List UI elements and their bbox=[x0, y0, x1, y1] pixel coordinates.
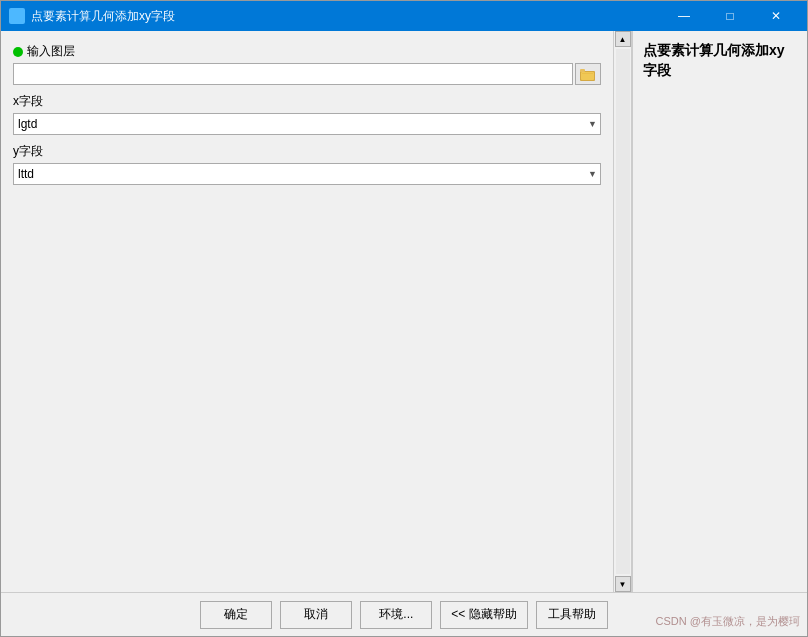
browse-button[interactable] bbox=[575, 63, 601, 85]
help-panel: 点要素计算几何添加xy字段 bbox=[632, 31, 807, 592]
x-field-group: x字段 lgtd bbox=[13, 93, 601, 135]
window-title: 点要素计算几何添加xy字段 bbox=[31, 8, 661, 25]
main-panel: 输入图层 bbox=[1, 31, 614, 592]
scroll-up-arrow[interactable]: ▲ bbox=[615, 31, 631, 47]
y-field-select[interactable]: lttd bbox=[13, 163, 601, 185]
env-button[interactable]: 环境... bbox=[360, 601, 432, 629]
folder-icon bbox=[580, 68, 596, 81]
y-field-label: y字段 bbox=[13, 143, 601, 160]
close-button[interactable]: ✕ bbox=[753, 1, 799, 31]
main-window: 点要素计算几何添加xy字段 — □ ✕ 输入图层 bbox=[0, 0, 808, 637]
window-icon bbox=[9, 8, 25, 24]
scroll-down-arrow[interactable]: ▼ bbox=[615, 576, 631, 592]
required-dot bbox=[13, 47, 23, 57]
scroll-track[interactable] bbox=[616, 49, 630, 574]
main-scrollbar[interactable]: ▲ ▼ bbox=[614, 31, 632, 592]
help-title: 点要素计算几何添加xy字段 bbox=[643, 41, 797, 80]
maximize-button[interactable]: □ bbox=[707, 1, 753, 31]
confirm-button[interactable]: 确定 bbox=[200, 601, 272, 629]
svg-rect-4 bbox=[582, 73, 593, 74]
input-layer-field[interactable] bbox=[13, 63, 573, 85]
y-field-combo-wrapper: lttd bbox=[13, 163, 601, 185]
title-bar: 点要素计算几何添加xy字段 — □ ✕ bbox=[1, 1, 807, 31]
x-field-select[interactable]: lgtd bbox=[13, 113, 601, 135]
title-bar-controls: — □ ✕ bbox=[661, 1, 799, 31]
cancel-button[interactable]: 取消 bbox=[280, 601, 352, 629]
hide-help-button[interactable]: << 隐藏帮助 bbox=[440, 601, 527, 629]
minimize-button[interactable]: — bbox=[661, 1, 707, 31]
input-layer-group: 输入图层 bbox=[13, 43, 601, 85]
x-field-combo-wrapper: lgtd bbox=[13, 113, 601, 135]
window-content: 输入图层 bbox=[1, 31, 807, 592]
empty-area bbox=[13, 193, 601, 580]
svg-rect-2 bbox=[580, 69, 585, 72]
tool-help-button[interactable]: 工具帮助 bbox=[536, 601, 608, 629]
y-field-group: y字段 lttd bbox=[13, 143, 601, 185]
input-layer-label: 输入图层 bbox=[13, 43, 601, 60]
input-layer-row bbox=[13, 63, 601, 85]
x-field-label: x字段 bbox=[13, 93, 601, 110]
bottom-bar: 确定 取消 环境... << 隐藏帮助 工具帮助 bbox=[1, 592, 807, 636]
